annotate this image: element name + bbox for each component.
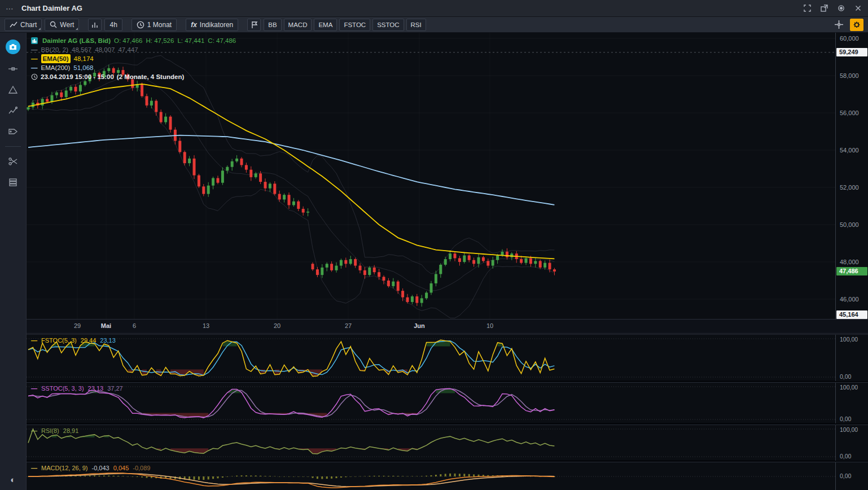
ohlc-open: O: 47,466: [114, 36, 143, 45]
overflow-menu-icon[interactable]: ⋯: [6, 4, 15, 13]
ohlc-close: C: 47,486: [208, 36, 236, 45]
fstoc-axis: 100,00 0,00: [835, 335, 868, 381]
indicators-button[interactable]: fx Indikatoren: [186, 19, 238, 31]
ema200-legend-name[interactable]: EMA(200): [41, 63, 71, 72]
macd-axis-zero: 0,00: [840, 473, 851, 479]
fstoc-k-value: 29,44: [81, 337, 97, 344]
ema200-value: 51,068: [73, 63, 93, 72]
titlebar: ⋯ Chart Daimler AG: [0, 0, 868, 17]
horizontal-line-tool-icon[interactable]: [7, 63, 19, 75]
period-button[interactable]: 1 Monat: [131, 19, 177, 31]
theme-contrast-toggle-icon[interactable]: ◐: [10, 475, 15, 484]
sidebar-divider: [5, 146, 21, 147]
rsi-legend: — RSI(8) 28,91: [31, 427, 78, 434]
bar-style-button[interactable]: [88, 19, 102, 31]
chart-type-button[interactable]: Chart: [5, 19, 42, 31]
time-axis[interactable]: 29Mai6132027Jun10: [27, 319, 868, 334]
date-range-label: 23.04.2019 15:00 - 15:00: [41, 72, 114, 81]
bb-lower-value: 47,447: [118, 45, 138, 54]
crosshair-link-button[interactable]: [832, 19, 845, 31]
fullscreen-icon[interactable]: [804, 5, 812, 12]
fstoc-axis-top: 100,00: [840, 336, 858, 343]
sstoc-axis-bottom: 0,00: [840, 415, 851, 422]
triangle-tool-icon[interactable]: [7, 84, 19, 96]
ohlc-high: H: 47,526: [146, 36, 174, 45]
price-tick: 46,000: [840, 295, 859, 304]
indicator-shortcut-macd[interactable]: MACD: [284, 19, 312, 31]
screenshot-camera-icon[interactable]: [6, 40, 20, 54]
sstoc-panel: — SSTOC(5, 3, 3) 23,13 37,27 100,00 0,00: [27, 382, 868, 423]
indicator-shortcut-bb[interactable]: BB: [264, 19, 281, 31]
period-label: 1 Monat: [147, 21, 172, 29]
trend-edit-tool-icon[interactable]: [7, 104, 19, 117]
ema50-swatch-icon: —: [31, 54, 38, 63]
sstoc-plot[interactable]: [27, 383, 835, 423]
chart-region: Daimler AG (L&S, Bid) O: 47,466 H: 47,52…: [27, 33, 868, 490]
price-tick: 52,000: [840, 183, 859, 192]
time-tick: 6: [133, 322, 136, 329]
layers-tool-icon[interactable]: [7, 176, 19, 189]
interval-button[interactable]: 4h: [104, 19, 122, 31]
popout-icon[interactable]: [821, 5, 828, 12]
ema50-legend-name[interactable]: EMA(50): [41, 54, 71, 63]
last-price-marker: 47,486: [836, 267, 867, 275]
rsi-legend-name[interactable]: RSI(8): [41, 427, 59, 434]
rsi-axis-top: 100,00: [840, 426, 858, 433]
close-icon[interactable]: [854, 5, 862, 12]
gear-icon: [853, 21, 861, 29]
bb-legend-name[interactable]: BB(20, 2): [41, 45, 69, 54]
fstoc-plot[interactable]: [27, 335, 835, 381]
bb-middle-value: 48,007: [95, 45, 115, 54]
record-icon[interactable]: [838, 5, 845, 12]
instrument-name[interactable]: Daimler AG (L&S, Bid): [42, 36, 111, 45]
sstoc-swatch-icon: —: [31, 385, 37, 392]
line-chart-icon: [10, 21, 17, 28]
wert-button-label: Wert: [60, 21, 74, 29]
price-axis[interactable]: 60,00058,00056,00054,00052,00050,00048,0…: [835, 33, 868, 319]
fstoc-axis-bottom: 0,00: [840, 373, 851, 380]
crosshair-icon: [835, 20, 843, 29]
time-tick: 13: [203, 322, 209, 329]
fstoc-panel: — FSTOC(5, 3) 29,44 23,13 100,00 0,00: [27, 334, 868, 380]
fstoc-legend-name[interactable]: FSTOC(5, 3): [41, 337, 77, 344]
rsi-panel: — RSI(8) 28,91 100,00 0,00: [27, 425, 868, 460]
interval-label: 4h: [109, 21, 117, 29]
macd-panel: — MACD(12, 26, 9) -0,043 0,045 -0,089 0,…: [27, 462, 868, 490]
indicators-label: Indikatoren: [200, 21, 233, 29]
indicator-shortcut-fstoc[interactable]: FSTOC: [339, 19, 370, 31]
time-tick: Mai: [101, 322, 111, 329]
price-tick: 56,000: [840, 109, 859, 117]
toolbar-right: [832, 19, 863, 31]
time-tick: 29: [74, 322, 81, 329]
flag-icon: [251, 21, 258, 29]
cut-tool-icon[interactable]: [7, 155, 19, 168]
toolbar: Chart Wert 4h 1 Monat fx Indikatoren BBM…: [0, 17, 868, 33]
dropdown-corner-icon: [76, 28, 78, 30]
ema50-value: 48,174: [74, 54, 94, 63]
price-tag-tool-icon[interactable]: [7, 125, 19, 138]
macd-value: -0,043: [92, 465, 109, 471]
instrument-search-button[interactable]: Wert: [45, 19, 79, 31]
macd-legend-name[interactable]: MACD(12, 26, 9): [41, 465, 88, 471]
chart-button-label: Chart: [20, 21, 37, 29]
rsi-plot[interactable]: [27, 425, 835, 461]
indicator-shortcut-ema[interactable]: EMA: [314, 19, 337, 31]
macd-legend: — MACD(12, 26, 9) -0,043 0,045 -0,089: [31, 465, 150, 471]
indicator-shortcut-sstoc[interactable]: SSTOC: [372, 19, 404, 31]
sstoc-legend-name[interactable]: SSTOC(5, 3, 3): [41, 385, 84, 392]
indicator-shortcut-rsi[interactable]: RSI: [406, 19, 426, 31]
price-tick: 50,000: [840, 221, 859, 229]
indicator-shortcuts: BBMACDEMAFSTOCSSTOCRSI: [264, 19, 426, 31]
sstoc-axis-top: 100,00: [840, 384, 858, 391]
clock-icon: [31, 73, 38, 80]
chart-legend: Daimler AG (L&S, Bid) O: 47,466 H: 47,52…: [31, 36, 236, 81]
sstoc-d-value: 37,27: [107, 385, 123, 392]
settings-button[interactable]: [850, 19, 863, 31]
fstoc-swatch-icon: —: [31, 337, 37, 344]
window-controls: [804, 5, 862, 12]
fx-icon: fx: [191, 21, 197, 29]
bookmark-button[interactable]: [247, 19, 261, 31]
price-tick: 54,000: [840, 146, 859, 155]
bars-icon: [91, 21, 99, 28]
chart-window: ⋯ Chart Daimler AG Chart Wert 4h 1 Mona: [0, 0, 868, 490]
